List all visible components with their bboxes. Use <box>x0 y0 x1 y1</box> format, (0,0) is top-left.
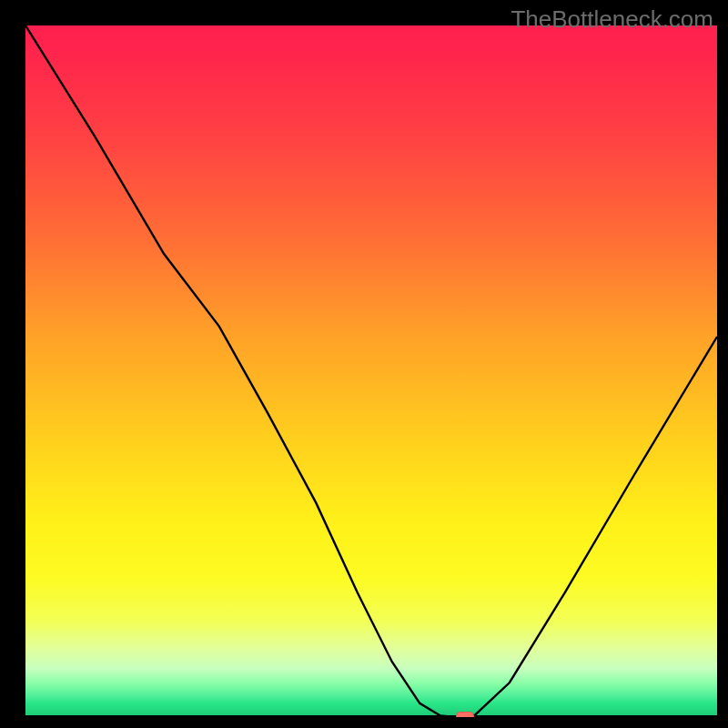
minimum-marker <box>456 712 474 717</box>
watermark-text: TheBottleneck.com <box>511 5 713 34</box>
plot-area <box>25 25 717 717</box>
x-axis-baseline <box>25 715 717 717</box>
curve-svg <box>25 25 717 717</box>
chart-container: TheBottleneck.com <box>0 0 728 728</box>
bottleneck-curve <box>25 25 717 717</box>
